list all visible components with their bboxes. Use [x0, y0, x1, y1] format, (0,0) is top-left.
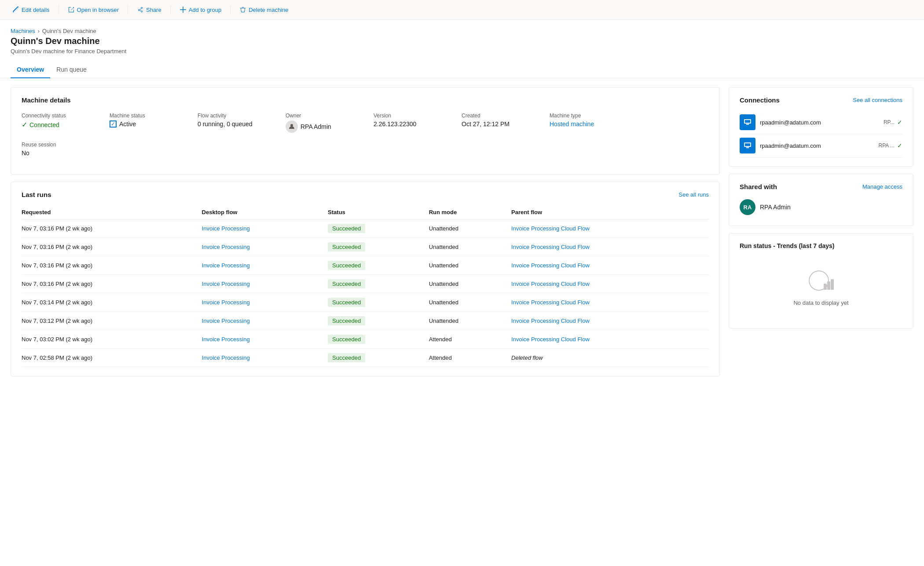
cell-desktop-flow: Invoice Processing — [202, 330, 328, 349]
runs-table: Requested Desktop flow Status Run mode P… — [22, 205, 709, 367]
cell-requested: Nov 7, 03:16 PM (2 wk ago) — [22, 256, 202, 275]
table-header-row: Requested Desktop flow Status Run mode P… — [22, 205, 709, 219]
shared-with-title: Shared with — [740, 183, 777, 190]
cell-status: Succeeded — [328, 330, 429, 349]
cell-requested: Nov 7, 03:16 PM (2 wk ago) — [22, 238, 202, 256]
cell-status: Succeeded — [328, 312, 429, 330]
separator — [230, 5, 231, 14]
table-row: Nov 7, 03:02 PM (2 wk ago) Invoice Proce… — [22, 330, 709, 349]
cell-parent-flow: Invoice Processing Cloud Flow — [511, 293, 709, 312]
see-all-runs-link[interactable]: See all runs — [678, 191, 709, 198]
shared-with-card: Shared with Manage access RA RPA Admin — [729, 174, 913, 226]
version-value: 2.26.123.22300 — [374, 121, 444, 128]
last-runs-card: Last runs See all runs Requested Desktop… — [11, 182, 720, 376]
connection-item: rpaadmin@adatum.com RP... ✓ — [740, 111, 902, 134]
connectivity-value: ✓ Connected — [22, 121, 92, 129]
tab-overview[interactable]: Overview — [11, 62, 50, 78]
breadcrumb-separator: › — [38, 28, 40, 34]
edit-icon — [12, 6, 19, 13]
cell-run-mode: Unattended — [429, 256, 511, 275]
add-to-group-button[interactable]: Add to group — [176, 4, 225, 15]
cell-requested: Nov 7, 03:14 PM (2 wk ago) — [22, 293, 202, 312]
shared-user-item: RA RPA Admin — [740, 197, 902, 217]
table-row: Nov 7, 02:58 PM (2 wk ago) Invoice Proce… — [22, 349, 709, 367]
connection-icon — [740, 114, 755, 130]
cell-requested: Nov 7, 03:12 PM (2 wk ago) — [22, 312, 202, 330]
cell-requested: Nov 7, 03:02 PM (2 wk ago) — [22, 330, 202, 349]
main-layout: Machine details Connectivity status ✓ Co… — [0, 78, 924, 385]
machine-type-label: Machine type — [550, 113, 620, 119]
owner-item: Owner RPA Admin — [286, 113, 356, 133]
cell-run-mode: Unattended — [429, 312, 511, 330]
machine-details-title: Machine details — [22, 96, 709, 104]
separator — [170, 5, 171, 14]
tabs-nav: Overview Run queue — [0, 62, 924, 78]
breadcrumb: Machines › Quinn's Dev machine — [11, 28, 913, 34]
share-button[interactable]: Share — [133, 4, 165, 15]
version-label: Version — [374, 113, 444, 119]
cell-parent-flow: Invoice Processing Cloud Flow — [511, 238, 709, 256]
tab-run-queue[interactable]: Run queue — [50, 62, 93, 78]
delete-machine-label: Delete machine — [249, 7, 288, 13]
cell-desktop-flow: Invoice Processing — [202, 256, 328, 275]
status-badge: Succeeded — [328, 316, 365, 325]
cell-requested: Nov 7, 02:58 PM (2 wk ago) — [22, 349, 202, 367]
svg-rect-7 — [746, 147, 749, 148]
cell-run-mode: Unattended — [429, 219, 511, 238]
delete-icon — [239, 6, 246, 13]
cell-status: Succeeded — [328, 238, 429, 256]
cell-run-mode: Attended — [429, 349, 511, 367]
cell-parent-flow: Deleted flow — [511, 349, 709, 367]
delete-machine-button[interactable]: Delete machine — [236, 4, 292, 15]
owner-label: Owner — [286, 113, 356, 119]
connection-email: rpaadmin@adatum.com — [760, 142, 874, 149]
connection-status: RPA ... ✓ — [879, 142, 902, 149]
page-subtitle: Quinn's Dev machine for Finance Departme… — [11, 48, 913, 55]
created-label: Created — [462, 113, 532, 119]
cell-status: Succeeded — [328, 349, 429, 367]
connections-card: Connections See all connections rpaadmin… — [729, 87, 913, 167]
cell-parent-flow: Invoice Processing Cloud Flow — [511, 256, 709, 275]
open-browser-icon — [68, 6, 75, 13]
cell-desktop-flow: Invoice Processing — [202, 312, 328, 330]
col-parent-flow: Parent flow — [511, 205, 709, 219]
svg-rect-8 — [746, 147, 749, 147]
connection-icon — [740, 138, 755, 153]
svg-rect-10 — [824, 284, 827, 290]
open-browser-button[interactable]: Open in browser — [64, 4, 122, 15]
status-badge: Succeeded — [328, 335, 365, 344]
reuse-session-value: No — [22, 150, 92, 157]
see-all-connections-link[interactable]: See all connections — [853, 97, 902, 103]
cell-desktop-flow: Invoice Processing — [202, 349, 328, 367]
machine-type-value[interactable]: Hosted machine — [550, 121, 620, 128]
version-item: Version 2.26.123.22300 — [374, 113, 444, 133]
cell-status: Succeeded — [328, 293, 429, 312]
table-row: Nov 7, 03:14 PM (2 wk ago) Invoice Proce… — [22, 293, 709, 312]
trends-title: Run status - Trends (last 7 days) — [740, 242, 902, 249]
cell-parent-flow: Invoice Processing Cloud Flow — [511, 219, 709, 238]
edit-details-button[interactable]: Edit details — [9, 4, 53, 15]
page-header: Machines › Quinn's Dev machine Quinn's D… — [0, 20, 924, 55]
add-to-group-icon — [180, 6, 187, 13]
cell-status: Succeeded — [328, 256, 429, 275]
cell-requested: Nov 7, 03:16 PM (2 wk ago) — [22, 275, 202, 293]
connectivity-label: Connectivity status — [22, 113, 92, 119]
breadcrumb-machines-link[interactable]: Machines — [11, 28, 35, 34]
svg-rect-11 — [827, 281, 830, 290]
machine-status-label: Machine status — [110, 113, 180, 119]
cell-desktop-flow: Invoice Processing — [202, 293, 328, 312]
page-title: Quinn's Dev machine — [11, 36, 913, 46]
reuse-session-label: Reuse session — [22, 142, 92, 148]
created-item: Created Oct 27, 12:12 PM — [462, 113, 532, 133]
manage-access-link[interactable]: Manage access — [862, 183, 902, 190]
cell-status: Succeeded — [328, 219, 429, 238]
svg-rect-2 — [745, 120, 750, 123]
cell-run-mode: Attended — [429, 330, 511, 349]
status-badge: Succeeded — [328, 279, 365, 288]
svg-rect-12 — [831, 279, 834, 290]
cell-run-mode: Unattended — [429, 238, 511, 256]
machine-status-item: Machine status ✓ Active — [110, 113, 180, 133]
svg-rect-6 — [745, 143, 750, 146]
owner-value: RPA Admin — [286, 121, 356, 133]
connection-check-icon: ✓ — [897, 142, 902, 149]
